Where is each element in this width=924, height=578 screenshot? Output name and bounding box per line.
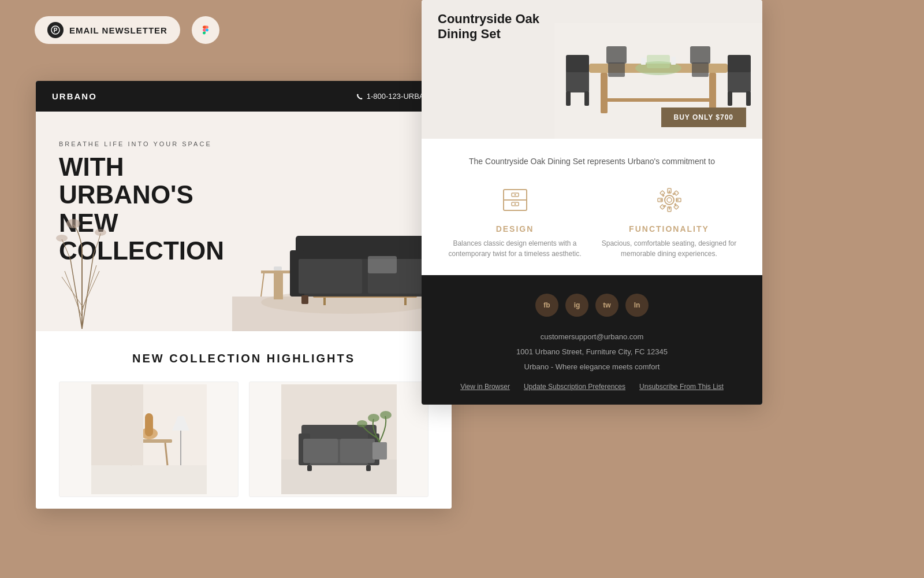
footer-tagline: Urbano - Where elegance meets comfort <box>438 360 746 375</box>
instagram-icon[interactable]: ig <box>565 294 588 317</box>
linkedin-icon[interactable]: ln <box>625 294 649 317</box>
svg-rect-22 <box>296 236 434 259</box>
svg-rect-89 <box>673 205 678 209</box>
unsubscribe-link[interactable]: Unsubscribe From This List <box>639 383 724 391</box>
feature-design: DESIGN Balances classic design elements … <box>438 184 592 259</box>
svg-rect-47 <box>303 439 338 463</box>
svg-rect-66 <box>728 91 732 106</box>
svg-point-81 <box>514 203 516 205</box>
right-email-card: Countryside Oak Dining Set <box>422 0 762 405</box>
svg-rect-65 <box>728 55 751 72</box>
left-card-header: URBANO 1-800-123-URBANO <box>36 81 452 112</box>
social-icons-row: fb ig tw ln <box>438 294 746 317</box>
feature-design-label: DESIGN <box>496 224 534 234</box>
svg-rect-75 <box>671 57 676 65</box>
view-in-browser-link[interactable]: View in Browser <box>460 383 510 391</box>
twitter-icon[interactable]: tw <box>595 294 619 317</box>
svg-rect-27 <box>301 295 308 304</box>
feature-functionality: FUNCTIONALITY Spacious, comfortable seat… <box>592 184 746 259</box>
gear-icon <box>653 184 685 216</box>
svg-point-53 <box>380 411 392 419</box>
buy-button[interactable]: BUY ONLY $700 <box>661 108 747 127</box>
hero-subtitle: BREATHE LIFE INTO YOUR SPACE <box>59 140 429 147</box>
svg-rect-62 <box>566 91 571 106</box>
svg-rect-37 <box>145 413 153 436</box>
svg-line-4 <box>82 254 94 329</box>
svg-rect-61 <box>566 55 589 72</box>
svg-rect-68 <box>606 46 627 64</box>
left-email-card: URBANO 1-800-123-URBANO BREATHE LIFE INT… <box>36 81 452 509</box>
product-name: Countryside Oak Dining Set <box>438 12 553 42</box>
svg-rect-90 <box>660 205 664 209</box>
svg-rect-44 <box>301 425 377 439</box>
highlights-section: NEW COLLECTION HIGHLIGHTS <box>36 331 452 509</box>
svg-rect-88 <box>660 191 664 195</box>
svg-point-11 <box>95 229 106 236</box>
svg-rect-48 <box>340 439 375 463</box>
footer-links: View in Browser Update Subscription Pref… <box>438 383 746 391</box>
email-newsletter-badge: P EMAIL NEWSLETTER <box>35 16 180 44</box>
highlights-title: NEW COLLECTION HIGHLIGHTS <box>59 352 429 365</box>
sofa-illustration <box>232 181 452 331</box>
svg-point-54 <box>357 420 367 427</box>
svg-rect-71 <box>692 62 709 77</box>
top-bar: P EMAIL NEWSLETTER <box>35 16 219 44</box>
figma-button[interactable] <box>192 16 219 44</box>
svg-rect-69 <box>608 62 625 77</box>
footer-email: customersupport@urbano.com <box>438 329 746 344</box>
update-subscription-link[interactable]: Update Subscription Preferences <box>524 383 625 391</box>
svg-rect-15 <box>274 273 283 299</box>
svg-line-3 <box>70 260 82 329</box>
svg-rect-59 <box>605 98 711 102</box>
hero-section: BREATHE LIFE INTO YOUR SPACE WITH URBANO… <box>36 112 452 331</box>
svg-rect-40 <box>91 384 143 465</box>
svg-rect-57 <box>601 73 608 113</box>
svg-line-7 <box>62 277 82 306</box>
svg-rect-91 <box>673 191 678 195</box>
svg-line-8 <box>82 271 99 309</box>
svg-rect-73 <box>647 55 670 68</box>
footer-address: 1001 Urbano Street, Furniture City, FC 1… <box>438 344 746 360</box>
feature-functionality-desc: Spacious, comfortable seating, designed … <box>601 238 737 259</box>
svg-rect-30 <box>274 266 282 271</box>
product-card-1 <box>59 381 239 497</box>
svg-point-82 <box>665 195 674 205</box>
svg-rect-74 <box>641 58 646 65</box>
svg-rect-49 <box>307 465 312 471</box>
svg-rect-60 <box>566 69 589 92</box>
svg-text:P: P <box>54 27 58 34</box>
feature-functionality-label: FUNCTIONALITY <box>629 224 709 234</box>
features-section: The Countryside Oak Dining Set represent… <box>422 139 762 275</box>
svg-rect-32 <box>91 465 207 494</box>
svg-rect-64 <box>728 69 751 92</box>
right-product-header: Countryside Oak Dining Set <box>422 0 762 139</box>
svg-point-52 <box>368 414 379 422</box>
svg-rect-63 <box>584 91 589 106</box>
svg-point-9 <box>66 219 80 228</box>
product-title-block: Countryside Oak Dining Set <box>438 12 553 47</box>
svg-point-10 <box>56 235 68 242</box>
features-grid: DESIGN Balances classic design elements … <box>438 184 746 259</box>
svg-line-16 <box>261 273 264 297</box>
features-description: The Countryside Oak Dining Set represent… <box>438 155 746 168</box>
email-newsletter-label: EMAIL NEWSLETTER <box>69 25 167 35</box>
svg-rect-29 <box>368 256 397 273</box>
svg-rect-51 <box>372 442 387 460</box>
svg-rect-25 <box>299 259 362 294</box>
products-grid <box>59 381 429 497</box>
feature-design-desc: Balances classic design elements with a … <box>447 238 583 259</box>
badge-icon: P <box>47 22 64 38</box>
svg-point-80 <box>514 194 516 196</box>
svg-rect-50 <box>366 465 371 471</box>
plant-decoration <box>53 202 111 331</box>
right-footer: fb ig tw ln customersupport@urbano.com 1… <box>422 275 762 405</box>
footer-info: customersupport@urbano.com 1001 Urbano S… <box>438 329 746 375</box>
product-card-2 <box>249 381 429 497</box>
dresser-icon <box>499 184 531 216</box>
facebook-icon[interactable]: fb <box>535 294 558 317</box>
svg-rect-70 <box>690 46 710 64</box>
svg-point-83 <box>667 198 672 202</box>
svg-rect-67 <box>746 91 751 106</box>
brand-name: URBANO <box>52 91 97 101</box>
